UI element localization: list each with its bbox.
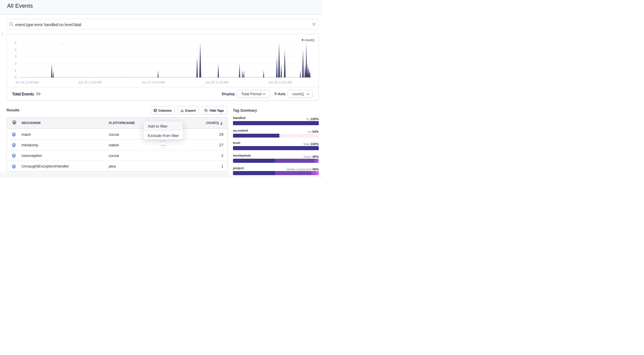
svg-text:1: 1	[15, 69, 16, 72]
svg-text:Jun 19 12:00 AM: Jun 19 12:00 AM	[78, 81, 102, 84]
svg-text:5: 5	[15, 41, 16, 44]
svg-text:2: 2	[15, 62, 16, 65]
svg-text:4: 4	[15, 48, 16, 51]
svg-text:Jun 25 12:00 AM: Jun 25 12:00 AM	[205, 81, 229, 84]
svg-text:3: 3	[15, 55, 16, 58]
svg-text:0: 0	[15, 76, 16, 79]
svg-text:Jun 16 12:00 AM: Jun 16 12:00 AM	[15, 81, 38, 84]
svg-text:Jun 28 12:00 AM: Jun 28 12:00 AM	[269, 81, 292, 84]
svg-text:Jun 22 12:00 AM: Jun 22 12:00 AM	[142, 81, 165, 84]
